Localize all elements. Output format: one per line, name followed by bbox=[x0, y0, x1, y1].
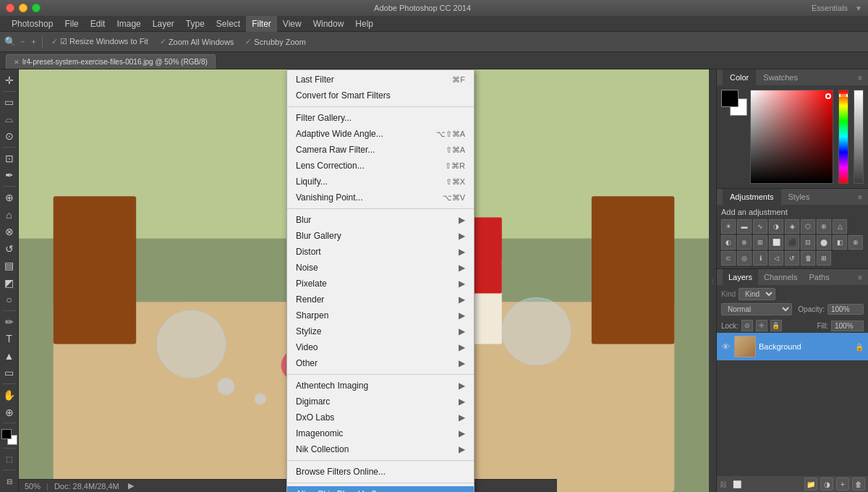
menu-item-blur-gallery[interactable]: Blur Gallery ▶ bbox=[287, 228, 474, 244]
adj-reset[interactable]: ↺ bbox=[785, 251, 799, 266]
menu-item-digimarc[interactable]: Digimarc ▶ bbox=[287, 394, 474, 410]
marquee-tool[interactable]: ▭ bbox=[1, 95, 17, 111]
menu-item-last-filter[interactable]: Last Filter ⌘F bbox=[287, 72, 474, 88]
mask-icon[interactable]: ⬜ bbox=[733, 480, 741, 488]
close-button[interactable] bbox=[6, 4, 14, 12]
hue-slider[interactable] bbox=[838, 90, 848, 184]
menu-item-convert-smart[interactable]: Convert for Smart Filters bbox=[287, 88, 474, 103]
layer-visibility-toggle[interactable]: 👁 bbox=[720, 341, 731, 352]
adj-posterize[interactable]: ⊟ bbox=[801, 235, 815, 250]
document-tab[interactable]: ✕ lr4-preset-system-exercise-files-0016.… bbox=[6, 54, 216, 69]
adj-prev[interactable]: ◁ bbox=[769, 251, 783, 266]
menu-item-video[interactable]: Video ▶ bbox=[287, 339, 474, 355]
menu-image[interactable]: Image bbox=[111, 16, 146, 32]
brush-tool[interactable]: ⌂ bbox=[1, 207, 17, 223]
menu-file[interactable]: File bbox=[59, 16, 84, 32]
menu-item-vanishing-point[interactable]: Vanishing Point... ⌥⌘V bbox=[287, 190, 474, 205]
adj-vibrance[interactable]: ◈ bbox=[785, 219, 799, 234]
maximize-button[interactable] bbox=[32, 4, 41, 12]
styles-tab[interactable]: Styles bbox=[781, 189, 817, 205]
move-tool[interactable]: ✛ bbox=[1, 72, 17, 88]
adj-info[interactable]: ℹ bbox=[753, 251, 767, 266]
new-adjustment-btn[interactable]: ◑ bbox=[820, 478, 833, 491]
path-select-tool[interactable]: ▲ bbox=[1, 348, 17, 364]
menu-item-imagenomic[interactable]: Imagenomic ▶ bbox=[287, 425, 474, 441]
zoom-plus-icon[interactable]: ＋ bbox=[30, 36, 38, 47]
color-gradient-picker[interactable] bbox=[750, 90, 833, 184]
adj-invert[interactable]: ⬛ bbox=[785, 235, 799, 250]
lasso-tool[interactable]: ⌓ bbox=[1, 111, 17, 127]
text-tool[interactable]: T bbox=[1, 331, 17, 347]
shape-tool[interactable]: ▭ bbox=[1, 365, 17, 381]
clone-tool[interactable]: ⊗ bbox=[1, 224, 17, 239]
adj-channel-mixer[interactable]: ⊞ bbox=[753, 235, 767, 250]
adj-curves[interactable]: ∿ bbox=[753, 219, 767, 234]
history-brush[interactable]: ↺ bbox=[1, 241, 17, 257]
screen-mode-btn[interactable]: ⊟ bbox=[1, 473, 17, 489]
menu-item-distort[interactable]: Distort ▶ bbox=[287, 244, 474, 260]
pen-tool[interactable]: ✏ bbox=[1, 314, 17, 330]
adj-threshold[interactable]: ⬤ bbox=[817, 235, 831, 250]
healing-tool[interactable]: ⊕ bbox=[1, 190, 17, 205]
adj-gradient-map[interactable]: ◧ bbox=[833, 235, 847, 250]
menu-item-athentech[interactable]: Athentech Imaging ▶ bbox=[287, 378, 474, 394]
adjustments-tab[interactable]: Adjustments bbox=[723, 189, 781, 205]
menu-item-pixelate[interactable]: Pixelate ▶ bbox=[287, 276, 474, 292]
adj-levels[interactable]: ▬ bbox=[737, 219, 752, 234]
scrubby-zoom-btn[interactable]: ✓ Scrubby Zoom bbox=[241, 34, 310, 50]
color-panel-menu[interactable]: ≡ bbox=[858, 74, 862, 82]
link-icon[interactable]: ⛓ bbox=[720, 480, 727, 488]
menu-select[interactable]: Select bbox=[210, 16, 246, 32]
adj-eye[interactable]: ◎ bbox=[737, 251, 752, 266]
adj-grid[interactable]: ⊞ bbox=[817, 251, 831, 266]
panel-collapse-handle[interactable]: ⋮ bbox=[709, 69, 716, 492]
menu-item-sharpen[interactable]: Sharpen ▶ bbox=[287, 308, 474, 323]
menu-view[interactable]: View bbox=[277, 16, 307, 32]
adj-hsl[interactable]: ⬡ bbox=[801, 219, 815, 234]
adj-bw[interactable]: ◐ bbox=[721, 235, 736, 250]
menu-item-dxo[interactable]: DxO Labs ▶ bbox=[287, 410, 474, 425]
close-tab-icon[interactable]: ✕ bbox=[14, 59, 20, 66]
menu-photoshop[interactable]: Photoshop bbox=[6, 16, 59, 32]
minimize-button[interactable] bbox=[19, 4, 27, 12]
quick-select-tool[interactable]: ⊙ bbox=[1, 129, 17, 145]
zoom-all-windows-btn[interactable]: ✓ Zoom All Windows bbox=[156, 34, 238, 50]
menu-item-adaptive-wide[interactable]: Adaptive Wide Angle... ⌥⇧⌘A bbox=[287, 126, 474, 142]
layer-row-background[interactable]: 👁 Background 🔒 bbox=[717, 333, 868, 360]
menu-item-stylize[interactable]: Stylize ▶ bbox=[287, 323, 474, 339]
menu-item-alien-skin[interactable]: Alien Skin Blow Up 3... bbox=[287, 486, 474, 492]
menu-item-filter-gallery[interactable]: Filter Gallery... bbox=[287, 110, 474, 126]
zoom-minus-icon[interactable]: － bbox=[19, 36, 27, 47]
channels-tab[interactable]: Channels bbox=[758, 269, 803, 285]
status-arrow[interactable]: ▶ bbox=[128, 481, 134, 491]
adj-clip[interactable]: ⊂ bbox=[721, 251, 736, 266]
menu-type[interactable]: Type bbox=[180, 16, 210, 32]
lock-pixels-icon[interactable]: ⊘ bbox=[741, 320, 753, 331]
menu-item-camera-raw[interactable]: Camera Raw Filter... ⇧⌘A bbox=[287, 142, 474, 158]
layers-tab[interactable]: Layers bbox=[723, 269, 758, 285]
foreground-color-swatch[interactable] bbox=[721, 90, 739, 107]
gradient-tool[interactable]: ◩ bbox=[1, 275, 17, 291]
layers-panel-menu[interactable]: ≡ bbox=[858, 273, 862, 281]
menu-item-render[interactable]: Render ▶ bbox=[287, 292, 474, 308]
adj-brightness[interactable]: ☀ bbox=[721, 219, 736, 234]
workspace-chevron[interactable]: ▼ bbox=[855, 4, 862, 12]
menu-item-other[interactable]: Other ▶ bbox=[287, 355, 474, 371]
zoom-tool-icon[interactable]: 🔍 bbox=[4, 36, 16, 47]
opacity-slider[interactable] bbox=[854, 90, 864, 184]
swatches-tab[interactable]: Swatches bbox=[756, 69, 805, 85]
menu-item-blur[interactable]: Blur ▶ bbox=[287, 212, 474, 228]
resize-windows-btn[interactable]: ✓ ☑ Resize Windows to Fit bbox=[47, 34, 153, 50]
adjustments-panel-menu[interactable]: ≡ bbox=[858, 193, 862, 201]
adj-photo-filter[interactable]: ⊗ bbox=[737, 235, 752, 250]
color-tab[interactable]: Color bbox=[723, 69, 756, 85]
menu-item-noise[interactable]: Noise ▶ bbox=[287, 260, 474, 276]
menu-item-browse-online[interactable]: Browse Filters Online... bbox=[287, 464, 474, 480]
new-layer-btn[interactable]: + bbox=[836, 478, 849, 491]
menu-item-liquify[interactable]: Liquify... ⇧⌘X bbox=[287, 174, 474, 190]
kind-filter-select[interactable]: Kind bbox=[739, 288, 775, 300]
menu-filter[interactable]: Filter bbox=[246, 16, 277, 32]
eraser-tool[interactable]: ▤ bbox=[1, 258, 17, 273]
menu-item-lens-correction[interactable]: Lens Correction... ⇧⌘R bbox=[287, 158, 474, 174]
menu-item-nik[interactable]: Nik Collection ▶ bbox=[287, 441, 474, 457]
